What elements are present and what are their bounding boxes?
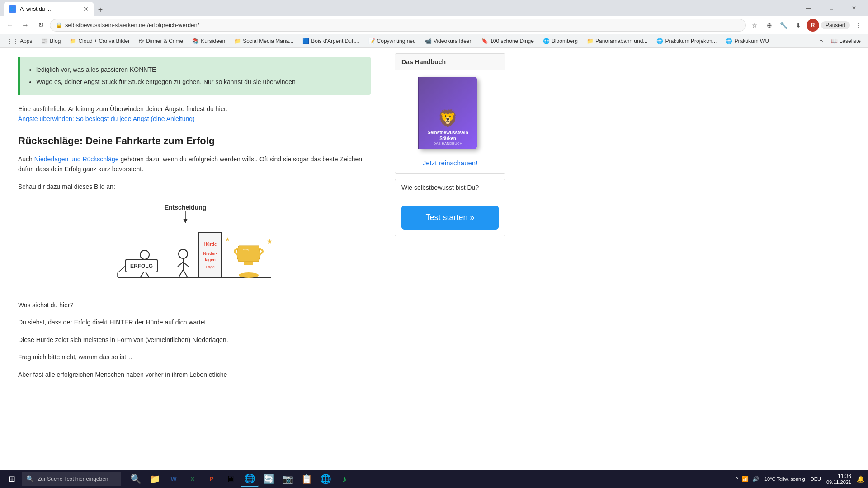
bookmark-bloomberg-label: Bloomberg xyxy=(552,38,578,44)
bookmark-videokurs[interactable]: 📹 Videokurs Ideen xyxy=(421,37,476,45)
download-icon[interactable]: ⬇ xyxy=(792,19,805,32)
svg-text:★: ★ xyxy=(267,238,273,245)
paragraph-6: Aber fast alle erfolgreichen Menschen ha… xyxy=(18,370,371,380)
minimize-button[interactable]: — xyxy=(798,1,819,15)
bookmark-cloud[interactable]: 📁 Cloud + Canva Bilder xyxy=(66,37,133,45)
bookmark-100-label: 100 schöne Dinge xyxy=(490,38,534,44)
paragraph-3: Du siehst, dass der Erfolg direkt HINTER… xyxy=(18,317,371,327)
taskbar-app-camera[interactable]: 📷 xyxy=(278,471,297,487)
bookmark-100[interactable]: 🔖 100 schöne Dinge xyxy=(478,37,538,45)
bookmark-panorama[interactable]: 📁 Panoramabahn und... xyxy=(583,37,651,45)
taskbar-app-excel[interactable]: X xyxy=(184,471,202,487)
volume-icon[interactable]: 🔊 xyxy=(752,476,759,482)
handbuch-widget: Das Handbuch 🦁 Selbstbewusstsein Stärken… xyxy=(395,53,505,174)
panorama-icon: 📁 xyxy=(587,38,594,44)
tab-close-button[interactable]: ✕ xyxy=(83,5,89,13)
start-button[interactable]: ⊞ xyxy=(4,471,20,487)
bookmark-kursideen-label: Kursideen xyxy=(201,38,225,44)
menu-button[interactable]: ⋮ xyxy=(852,19,864,32)
bookmark-star-icon[interactable]: ☆ xyxy=(749,19,761,32)
handbuch-link[interactable]: Jetzt reinschauen! xyxy=(423,159,478,167)
language-display[interactable]: DEU xyxy=(811,476,821,482)
underline-text: Was siehst du hier? xyxy=(18,301,73,309)
illustration-container: Entscheidung ERFOLG xyxy=(18,201,371,291)
bookmark-praktikum2[interactable]: 🌐 Praktikum WU xyxy=(722,37,773,45)
blog-icon: 📰 xyxy=(41,38,48,44)
bookmark-blog-label: Blog xyxy=(50,38,61,44)
bookmark-blog[interactable]: 📰 Blog xyxy=(38,37,64,45)
title-bar: 🌐 Ai wirst du ... ✕ + — □ ✕ xyxy=(0,0,868,16)
chrome-icon[interactable]: ⊕ xyxy=(763,19,776,32)
forward-button[interactable]: → xyxy=(19,19,32,32)
close-button[interactable]: ✕ xyxy=(844,1,864,15)
sidebar: Das Handbuch 🦁 Selbstbewusstsein Stärken… xyxy=(389,48,511,470)
section-heading: Rückschläge: Deine Fahrkarte zum Erfolg xyxy=(18,135,371,147)
bookmark-copywriting[interactable]: 📝 Copywriting neu xyxy=(365,37,420,45)
svg-text:Hürde: Hürde xyxy=(204,242,217,247)
taskbar-apps: 🔍 📁 W X P 🖥 🌐 🔄 📷 📋 🌐 ♪ xyxy=(127,471,354,487)
main-area: lediglich vor, was alles passieren KÖNNT… xyxy=(0,48,868,470)
intro-text: Eine ausführliche Anleitung zum Überwind… xyxy=(18,105,228,113)
para1-link[interactable]: Niederlagen und Rückschläge xyxy=(34,155,119,163)
svg-text:ERFOLG: ERFOLG xyxy=(130,263,153,269)
taskbar-app-files[interactable]: 📁 xyxy=(146,471,164,487)
intro-paragraph: Eine ausführliche Anleitung zum Überwind… xyxy=(18,104,371,124)
book-cover: 🦁 Selbstbewusstsein Stärken DAS HANDBUCH xyxy=(419,77,482,154)
dinner-icon: 🍽 xyxy=(139,38,144,44)
paused-button[interactable]: Pausiert xyxy=(821,21,850,29)
bookmark-praktikum2-label: Praktikum WU xyxy=(734,38,769,44)
taskbar: ⊞ 🔍 Zur Suche Text hier eingeben 🔍 📁 W X… xyxy=(0,470,868,488)
test-start-button[interactable]: Test starten » xyxy=(401,206,499,230)
bookmark-copywriting-label: Copywriting neu xyxy=(377,38,416,44)
taskbar-app-cortana[interactable]: 🔍 xyxy=(127,471,145,487)
lock-icon: 🔒 xyxy=(56,22,62,28)
taskbar-app-clipboard[interactable]: 📋 xyxy=(297,471,316,487)
tab-title: Ai wirst du ... xyxy=(20,6,80,12)
article-area: lediglich vor, was alles passieren KÖNNT… xyxy=(0,48,389,470)
maximize-button[interactable]: □ xyxy=(821,1,842,15)
100-icon: 🔖 xyxy=(481,38,488,44)
taskbar-app-edge[interactable]: 🌐 xyxy=(316,471,335,487)
tray-arrow[interactable]: ^ xyxy=(736,476,738,482)
book-3d-visual: 🦁 Selbstbewusstsein Stärken DAS HANDBUCH xyxy=(419,77,477,149)
paragraph-4: Diese Hürde zeigt sich meistens in Form … xyxy=(18,335,371,345)
taskbar-app-onenote[interactable]: 🖥 xyxy=(222,471,240,487)
test-widget-question: Wie selbstbewusst bist Du? xyxy=(395,179,505,196)
search-icon: 🔍 xyxy=(26,475,34,483)
bookmark-apps[interactable]: ⋮⋮ Apps xyxy=(4,37,36,45)
bookmark-social[interactable]: 📁 Social Media Mana... xyxy=(231,37,297,45)
bookmark-dinner-label: Dinner & Crime xyxy=(146,38,183,44)
taskbar-app-chrome[interactable]: 🌐 xyxy=(241,471,259,487)
profile-button[interactable]: R xyxy=(807,19,819,32)
new-tab-button[interactable]: + xyxy=(94,4,107,16)
network-icon[interactable]: 📶 xyxy=(742,476,749,482)
book-subtitle: DAS HANDBUCH xyxy=(433,141,462,145)
active-tab[interactable]: 🌐 Ai wirst du ... ✕ xyxy=(4,2,94,16)
bookmark-kursideen[interactable]: 📚 Kursideen xyxy=(189,37,229,45)
test-widget-body: Test starten » xyxy=(395,196,505,236)
notification-button[interactable]: 🔔 xyxy=(857,475,864,483)
bloomberg-icon: 🌐 xyxy=(543,38,550,44)
reload-button[interactable]: ↻ xyxy=(34,19,47,32)
taskbar-app-word[interactable]: W xyxy=(165,471,183,487)
reading-list-button[interactable]: 📖 Leseliste xyxy=(827,37,864,45)
taskbar-search[interactable]: 🔍 Zur Suche Text hier eingeben xyxy=(22,472,121,486)
svg-point-26 xyxy=(239,272,259,278)
bookmark-praktikum1[interactable]: 🌐 Praktikum Projektm... xyxy=(653,37,720,45)
taskbar-app-spotify[interactable]: ♪ xyxy=(335,471,354,487)
taskbar-app-powerpoint[interactable]: P xyxy=(203,471,221,487)
address-bar: ← → ↻ 🔒 selbstbewusstsein-staerken.net/e… xyxy=(0,16,868,34)
intro-link[interactable]: Ängste überwinden: So besiegst du jede A… xyxy=(18,115,195,122)
taskbar-search-text: Zur Suche Text hier eingeben xyxy=(38,476,108,482)
taskbar-right: ^ 📶 🔊 10°C Teilw. sonnig DEU 11:36 09.11… xyxy=(736,473,864,485)
bois-icon: 🟦 xyxy=(302,38,309,44)
extensions-icon[interactable]: 🔧 xyxy=(778,19,790,32)
tab-favicon: 🌐 xyxy=(9,5,16,13)
bookmarks-more-button[interactable]: » xyxy=(817,37,826,45)
bookmark-bloomberg[interactable]: 🌐 Bloomberg xyxy=(539,37,581,45)
back-button[interactable]: ← xyxy=(4,19,16,32)
taskbar-app-refresh[interactable]: 🔄 xyxy=(259,471,278,487)
bookmark-dinner[interactable]: 🍽 Dinner & Crime xyxy=(135,37,187,45)
bookmark-bois[interactable]: 🟦 Bois d'Argent Duft... xyxy=(299,37,363,45)
url-bar[interactable]: 🔒 selbstbewusstsein-staerken.net/erfolgr… xyxy=(50,19,746,32)
